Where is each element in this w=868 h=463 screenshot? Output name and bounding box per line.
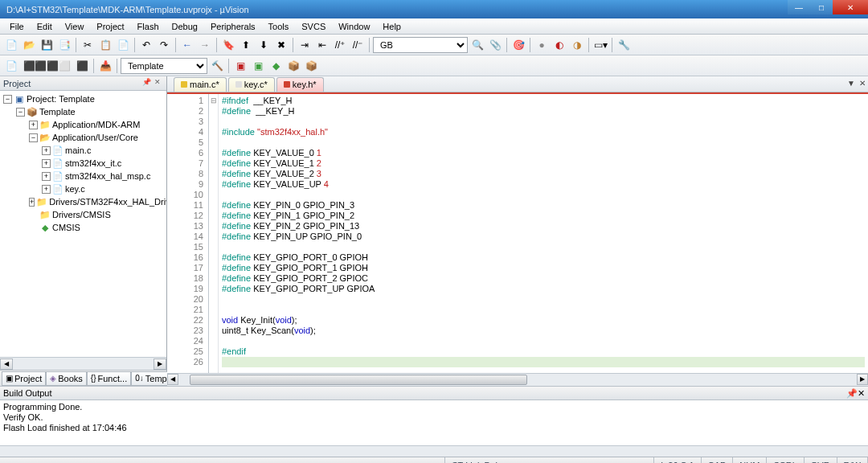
project-tree[interactable]: − ▣ Project: Template − 📦 Template + 📁 A… (0, 91, 166, 357)
paste-button[interactable]: 📄 (115, 37, 131, 53)
project-icon: ▣ (14, 93, 25, 104)
panel-pin-icon[interactable]: 📌 (141, 78, 152, 89)
breakpoint-insert-button[interactable]: ● (534, 37, 550, 53)
tree-file-msp[interactable]: + 📄 stm32f4xx_hal_msp.c (0, 170, 166, 182)
tab-functions[interactable]: {}Funct... (87, 371, 131, 386)
pack-installer-button[interactable]: 📦 (285, 58, 301, 74)
configure-button[interactable]: 🔧 (616, 37, 632, 53)
panel-close-icon[interactable]: ✕ (152, 78, 163, 89)
panel-close-icon[interactable]: ✕ (858, 388, 865, 399)
expand-icon[interactable]: + (29, 198, 35, 207)
maximize-button[interactable]: □ (810, 0, 833, 14)
editor-tab-keyc[interactable]: key.c* (228, 77, 275, 92)
menu-edit[interactable]: Edit (31, 20, 59, 33)
scroll-thumb[interactable] (190, 375, 527, 385)
bookmark-prev-button[interactable]: ⬆ (238, 37, 254, 53)
manage-packs-button[interactable]: 📦 (303, 58, 319, 74)
scroll-left-icon[interactable]: ◀ (167, 374, 178, 385)
tree-target[interactable]: − 📦 Template (0, 105, 166, 118)
build-hscroll[interactable] (0, 445, 868, 457)
menu-help[interactable]: Help (376, 20, 407, 33)
editor-tab-keyh[interactable]: key.h* (276, 77, 324, 92)
save-all-button[interactable]: 📑 (56, 37, 72, 53)
comment-button[interactable]: //⁺ (332, 37, 348, 53)
manage-rte-button[interactable]: ◆ (268, 58, 284, 74)
target-select[interactable]: Template (121, 58, 207, 74)
tree-root[interactable]: − ▣ Project: Template (0, 92, 166, 105)
download-button[interactable]: 📥 (97, 58, 113, 74)
window-layout-button[interactable]: ▭▾ (592, 37, 608, 53)
menu-tools[interactable]: Tools (262, 20, 296, 33)
expand-icon[interactable]: + (29, 121, 38, 129)
new-file-button[interactable]: 📄 (3, 37, 19, 53)
tab-list-button[interactable]: ▼ (845, 79, 857, 90)
tree-group-drivers-cmsis[interactable]: 📁 Drivers/CMSIS (0, 208, 166, 221)
menu-peripherals[interactable]: Peripherals (204, 20, 262, 33)
tree-group-cmsis[interactable]: ◆ CMSIS (0, 221, 166, 234)
tab-books[interactable]: ◈Books (46, 371, 87, 386)
tree-group-mdk[interactable]: + 📁 Application/MDK-ARM (0, 118, 166, 131)
expand-icon[interactable]: − (3, 95, 12, 104)
cut-button[interactable]: ✂ (80, 37, 96, 53)
rebuild-button[interactable]: ⬛⬛ (39, 58, 55, 74)
tab-project[interactable]: ▣Project (2, 371, 46, 386)
tab-close-button[interactable]: ✕ (857, 79, 868, 90)
breakpoint-enable-button[interactable]: ◐ (551, 37, 567, 53)
menu-view[interactable]: View (59, 20, 91, 33)
project-hscroll[interactable]: ◀ ▶ (0, 357, 166, 370)
editor-hscroll[interactable]: ◀ ▶ (167, 373, 868, 386)
uncomment-button[interactable]: //⁻ (350, 37, 366, 53)
tree-file-main[interactable]: + 📄 main.c (0, 144, 166, 157)
minimize-button[interactable]: — (788, 0, 810, 14)
batch-build-button[interactable]: ⬜ (56, 58, 72, 74)
fold-column[interactable]: ⊟ (209, 94, 219, 373)
menu-flash[interactable]: Flash (131, 20, 166, 33)
bookmark-button[interactable]: 🔖 (220, 37, 236, 53)
debug-button[interactable]: 🎯 (510, 37, 526, 53)
code-editor[interactable]: 1234567891011121314151617181920212223242… (167, 92, 868, 373)
tree-file-it[interactable]: + 📄 stm32f4xx_it.c (0, 157, 166, 170)
menu-svcs[interactable]: SVCS (295, 20, 332, 33)
breakpoint-disable-button[interactable]: ◑ (569, 37, 585, 53)
menu-file[interactable]: File (3, 20, 31, 33)
nav-back-button[interactable]: ← (179, 37, 195, 53)
outdent-button[interactable]: ⇤ (314, 37, 330, 53)
bookmark-clear-button[interactable]: ✖ (273, 37, 289, 53)
menu-window[interactable]: Window (332, 20, 376, 33)
stop-build-button[interactable]: ⬛ (74, 58, 90, 74)
code-text[interactable]: #ifndef __KEY_H #define __KEY_H #include… (219, 94, 868, 373)
expand-icon[interactable]: + (42, 159, 51, 168)
save-button[interactable]: 💾 (39, 37, 55, 53)
copy-button[interactable]: 📋 (97, 37, 113, 53)
scroll-right-icon[interactable]: ▶ (857, 374, 868, 385)
tree-group-hal[interactable]: + 📁 Drivers/STM32F4xx_HAL_Driver (0, 195, 166, 208)
scroll-right-icon[interactable]: ▶ (154, 359, 166, 370)
menu-debug[interactable]: Debug (166, 20, 204, 33)
close-button[interactable]: ✕ (833, 0, 868, 14)
editor-tab-main[interactable]: main.c* (174, 77, 227, 92)
expand-icon[interactable]: + (42, 172, 51, 181)
expand-icon[interactable]: + (42, 185, 51, 194)
open-file-button[interactable]: 📂 (21, 37, 37, 53)
search-combo[interactable]: GB (373, 37, 468, 53)
target-options-button[interactable]: 🔨 (209, 58, 225, 74)
undo-button[interactable]: ↶ (138, 37, 154, 53)
manage-files-button[interactable]: ▣ (250, 58, 266, 74)
expand-icon[interactable]: − (16, 108, 25, 117)
translate-button[interactable]: 📄 (3, 58, 19, 74)
scroll-left-icon[interactable]: ◀ (0, 359, 13, 370)
incremental-find-button[interactable]: 📎 (487, 37, 503, 53)
indent-button[interactable]: ⇥ (297, 37, 313, 53)
tree-file-key[interactable]: + 📄 key.c (0, 182, 166, 195)
bookmark-next-button[interactable]: ⬇ (256, 37, 272, 53)
build-output-body[interactable]: Programming Done.Verify OK.Flash Load fi… (0, 400, 868, 445)
menu-project[interactable]: Project (90, 20, 130, 33)
expand-icon[interactable]: − (29, 133, 38, 142)
nav-fwd-button[interactable]: → (197, 37, 213, 53)
panel-pin-icon[interactable]: 📌 (846, 388, 858, 399)
expand-icon[interactable]: + (42, 146, 51, 155)
find-button[interactable]: 🔍 (469, 37, 485, 53)
tree-group-usercore[interactable]: − 📂 Application/User/Core (0, 131, 166, 144)
redo-button[interactable]: ↷ (156, 37, 172, 53)
manage-project-button[interactable]: ▣ (232, 58, 248, 74)
